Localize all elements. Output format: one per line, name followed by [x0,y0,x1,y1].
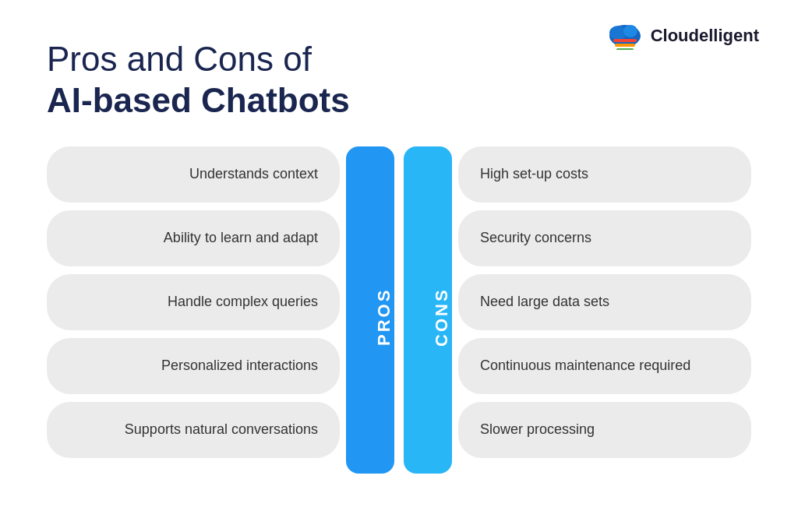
pro-item-5: Supports natural conversations [47,402,340,458]
pros-column: Understands context Ability to learn and… [47,146,340,474]
svg-rect-3 [613,39,637,42]
con-item-1: High set-up costs [458,146,751,203]
cons-bar: CONS [404,146,452,474]
title-area: Pros and Cons of AI-based Chatbots [47,39,751,122]
pros-bar: PROS [346,146,394,474]
logo-text: Cloudelligent [651,26,759,46]
pro-item-4: Personalized interactions [47,338,340,394]
con-item-4: Continuous maintenance required [458,338,751,394]
cons-column: High set-up costs Security concerns Need… [458,146,751,474]
logo-icon [607,22,643,50]
svg-point-2 [623,25,637,37]
svg-rect-4 [615,44,635,47]
con-item-2: Security concerns [458,210,751,266]
pro-item-1: Understands context [47,146,340,203]
logo-area: Cloudelligent [607,22,759,50]
center-bars: PROS CONS [340,146,458,474]
title-line2: AI-based Chatbots [47,80,751,122]
con-item-3: Need large data sets [458,274,751,330]
con-item-5: Slower processing [458,402,751,458]
pro-item-2: Ability to learn and adapt [47,210,340,266]
page: Cloudelligent Pros and Cons of AI-based … [0,0,798,532]
content-area: Understands context Ability to learn and… [47,146,751,474]
pro-item-3: Handle complex queries [47,274,340,330]
svg-rect-5 [616,48,634,50]
